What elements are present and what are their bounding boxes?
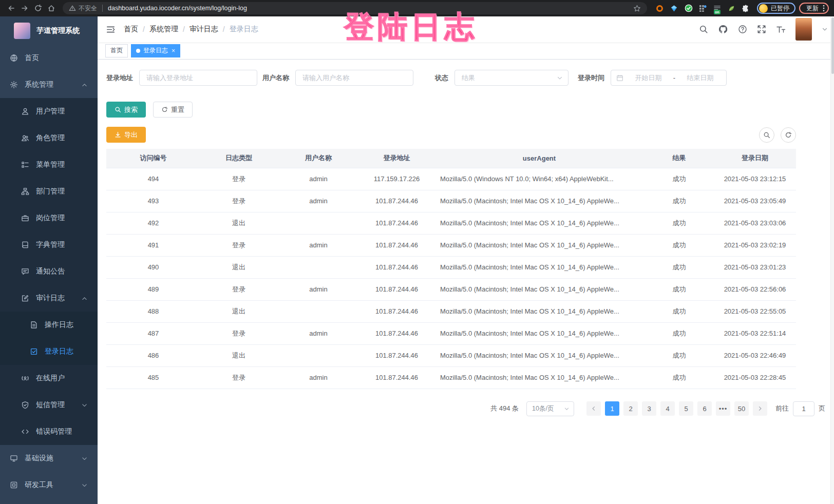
breadcrumb-home[interactable]: 首页 xyxy=(124,25,138,34)
sidebar-item[interactable]: 菜单管理 xyxy=(0,151,98,178)
extension-grid-icon[interactable] xyxy=(698,4,707,13)
cell-id: 488 xyxy=(106,300,200,322)
export-button[interactable]: 导出 xyxy=(106,127,146,143)
page-button[interactable]: 2 xyxy=(623,401,638,416)
search-button[interactable]: 搜索 xyxy=(106,102,146,118)
cell-ua: Mozilla/5.0 (Macintosh; Intel Mac OS X 1… xyxy=(434,256,645,278)
font-size-icon[interactable] xyxy=(776,25,786,34)
close-icon[interactable]: × xyxy=(172,48,175,54)
page-button[interactable]: 6 xyxy=(697,401,712,416)
username-input[interactable] xyxy=(295,70,413,86)
extension-orange-icon[interactable] xyxy=(655,4,664,13)
security-label: 不安全 xyxy=(79,4,97,13)
login-address-input[interactable] xyxy=(139,70,257,86)
browser-reload-icon[interactable] xyxy=(32,2,44,14)
tab-login-log[interactable]: 登录日志× xyxy=(131,44,180,57)
security-status[interactable]: 不安全 xyxy=(69,4,97,13)
cell-user: admin xyxy=(277,278,359,300)
sidebar-item[interactable]: 岗位管理 xyxy=(0,205,98,231)
user-avatar[interactable] xyxy=(795,18,812,41)
range-separator: - xyxy=(673,74,675,82)
reset-button[interactable]: 重置 xyxy=(153,102,193,118)
sidebar-item[interactable]: 短信管理 xyxy=(0,392,98,418)
help-icon[interactable] xyxy=(738,25,747,34)
sidebar-item[interactable]: 登录日志 xyxy=(0,338,98,365)
app-logo[interactable]: 芋道管理系统 xyxy=(0,16,98,45)
fullscreen-icon[interactable] xyxy=(757,25,766,34)
cell-date: 2021-05-03 22:28:45 xyxy=(714,366,796,389)
extensions-puzzle-icon[interactable] xyxy=(742,4,750,13)
tab-home[interactable]: 首页 xyxy=(105,44,128,57)
sidebar-item[interactable]: 在线用户 xyxy=(0,365,98,392)
page-button[interactable]: 4 xyxy=(660,401,675,416)
page-size-select[interactable]: 10条/页 xyxy=(526,401,574,416)
tags-view-bar: 首页 登录日志× xyxy=(98,42,834,60)
page-ellipsis[interactable]: ••• xyxy=(716,401,730,416)
sidebar-item-label: 菜单管理 xyxy=(36,160,65,169)
cell-ua: Mozilla/5.0 (Macintosh; Intel Mac OS X 1… xyxy=(434,278,645,300)
url-text[interactable]: dashboard.yudao.iocoder.cn/system/log/lo… xyxy=(108,5,633,12)
extension-list-on-icon[interactable]: on xyxy=(713,4,722,13)
scrollbar[interactable] xyxy=(830,16,834,504)
page-button[interactable]: 50 xyxy=(734,401,749,416)
chevron-down-icon[interactable] xyxy=(822,26,828,32)
table-row: 489登录admin101.87.244.46Mozilla/5.0 (Maci… xyxy=(106,278,796,300)
browser-forward-icon[interactable] xyxy=(18,2,31,14)
breadcrumb-system[interactable]: 系统管理 xyxy=(149,25,178,34)
search-icon[interactable] xyxy=(699,25,708,34)
refresh-table-icon[interactable] xyxy=(781,127,796,143)
cell-type: 退出 xyxy=(200,212,277,234)
status-select[interactable]: 结果 xyxy=(454,70,568,86)
browser-update-button[interactable]: 更新 xyxy=(799,3,829,14)
extension-gem-icon[interactable] xyxy=(670,4,678,13)
kebab-menu-icon[interactable] xyxy=(823,5,825,12)
github-icon[interactable] xyxy=(718,24,728,34)
browser-profile-chip[interactable]: 已暂停 xyxy=(757,3,795,14)
cell-address: 101.87.244.46 xyxy=(359,190,434,212)
breadcrumb-audit[interactable]: 审计日志 xyxy=(189,25,218,34)
browser-home-icon[interactable] xyxy=(45,2,58,14)
extension-leaf-icon[interactable] xyxy=(727,4,736,13)
sidebar-item[interactable]: 审计日志 xyxy=(0,285,98,312)
sidebar-item[interactable]: 通知公告 xyxy=(0,258,98,285)
hamburger-icon[interactable] xyxy=(98,25,124,34)
prev-page-icon[interactable] xyxy=(586,401,601,416)
bookmark-star-icon[interactable] xyxy=(633,5,641,12)
scrollbar-thumb[interactable] xyxy=(831,17,834,74)
sidebar-item[interactable]: 首页 xyxy=(0,45,98,71)
table-row: 487登录admin101.87.244.46Mozilla/5.0 (Maci… xyxy=(106,322,796,344)
cell-user: admin xyxy=(277,190,359,212)
toggle-search-icon[interactable] xyxy=(759,127,774,143)
search-icon xyxy=(115,106,121,113)
sidebar-item[interactable]: 系统管理 xyxy=(0,71,98,98)
sidebar-item[interactable]: 基础设施 xyxy=(0,445,98,472)
cell-result: 成功 xyxy=(645,322,714,344)
active-dot xyxy=(136,49,140,53)
date-range-picker[interactable]: 开始日期 - 结束日期 xyxy=(611,70,727,86)
sidebar-item[interactable]: 部门管理 xyxy=(0,178,98,205)
browser-back-icon[interactable] xyxy=(5,2,17,14)
goto-page-input[interactable] xyxy=(793,401,814,416)
column-header: userAgent xyxy=(434,149,645,168)
page-button[interactable]: 5 xyxy=(679,401,693,416)
calendar-icon xyxy=(616,74,623,82)
extension-green-circle-icon[interactable] xyxy=(684,4,693,13)
sidebar-item[interactable]: 研发工具 xyxy=(0,472,98,498)
address-bar[interactable]: 不安全 dashboard.yudao.iocoder.cn/system/lo… xyxy=(63,2,647,14)
table-row: 485登录admin101.87.244.46Mozilla/5.0 (Maci… xyxy=(106,366,796,389)
sidebar-item[interactable]: 操作日志 xyxy=(0,312,98,338)
end-date-placeholder: 结束日期 xyxy=(679,73,721,83)
cell-type: 退出 xyxy=(200,300,277,322)
sidebar-item[interactable]: 字典管理 xyxy=(0,231,98,258)
cell-result: 成功 xyxy=(645,300,714,322)
sidebar-item[interactable]: 角色管理 xyxy=(0,125,98,151)
audit-icon xyxy=(21,294,29,302)
page-button[interactable]: 3 xyxy=(642,401,656,416)
sidebar-item[interactable]: 错误码管理 xyxy=(0,418,98,445)
sidebar-item[interactable]: 用户管理 xyxy=(0,98,98,125)
sidebar: 芋道管理系统 首页系统管理用户管理角色管理菜单管理部门管理岗位管理字典管理通知公… xyxy=(0,16,98,504)
sidebar-item-label: 研发工具 xyxy=(25,480,53,490)
cell-id: 486 xyxy=(106,344,200,366)
page-button[interactable]: 1 xyxy=(605,401,619,416)
next-page-icon[interactable] xyxy=(753,401,767,416)
